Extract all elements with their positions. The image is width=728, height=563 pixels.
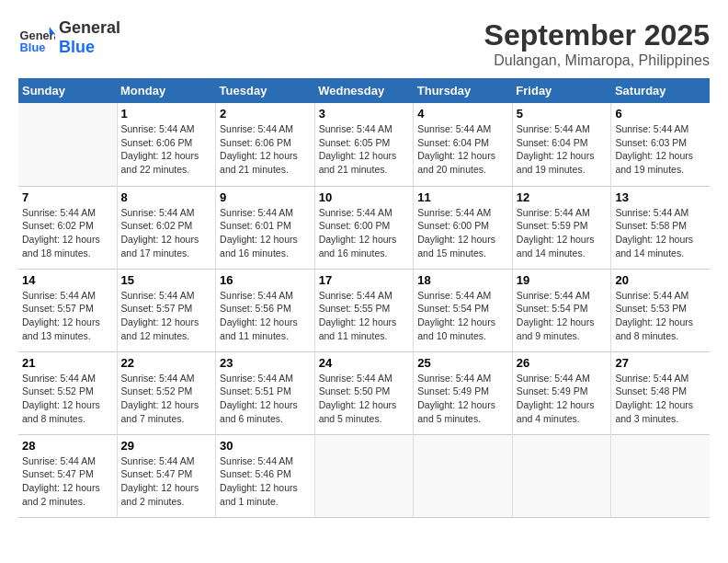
calendar-cell: 7Sunrise: 5:44 AMSunset: 6:02 PMDaylight… xyxy=(18,186,117,269)
calendar-cell: 13Sunrise: 5:44 AMSunset: 5:58 PMDayligh… xyxy=(611,186,710,269)
day-info: Sunrise: 5:44 AMSunset: 6:06 PMDaylight:… xyxy=(220,122,311,177)
day-info: Sunrise: 5:44 AMSunset: 6:06 PMDaylight:… xyxy=(121,122,212,177)
calendar-cell: 2Sunrise: 5:44 AMSunset: 6:06 PMDaylight… xyxy=(216,103,315,186)
week-row-2: 7Sunrise: 5:44 AMSunset: 6:02 PMDaylight… xyxy=(18,186,710,269)
day-info: Sunrise: 5:44 AMSunset: 5:55 PMDaylight:… xyxy=(319,289,410,343)
day-info: Sunrise: 5:44 AMSunset: 5:57 PMDaylight:… xyxy=(121,289,212,343)
calendar-cell: 15Sunrise: 5:44 AMSunset: 5:57 PMDayligh… xyxy=(117,269,216,351)
day-number: 26 xyxy=(517,356,608,370)
calendar-cell: 30Sunrise: 5:44 AMSunset: 5:46 PMDayligh… xyxy=(216,434,315,517)
day-number: 30 xyxy=(220,439,311,453)
day-info: Sunrise: 5:44 AMSunset: 6:04 PMDaylight:… xyxy=(417,122,508,177)
day-number: 23 xyxy=(220,356,311,370)
calendar-cell: 4Sunrise: 5:44 AMSunset: 6:04 PMDaylight… xyxy=(414,103,513,186)
day-info: Sunrise: 5:44 AMSunset: 6:02 PMDaylight:… xyxy=(121,206,212,260)
day-number: 8 xyxy=(121,190,212,204)
calendar-cell xyxy=(512,434,611,517)
calendar-cell: 24Sunrise: 5:44 AMSunset: 5:50 PMDayligh… xyxy=(314,351,414,434)
calendar-cell xyxy=(611,434,710,517)
day-info: Sunrise: 5:44 AMSunset: 5:54 PMDaylight:… xyxy=(517,289,608,343)
col-header-tuesday: Tuesday xyxy=(216,78,315,103)
day-number: 5 xyxy=(517,107,608,121)
day-number: 17 xyxy=(319,273,410,287)
logo: General Blue General Blue xyxy=(18,18,120,57)
day-info: Sunrise: 5:44 AMSunset: 5:47 PMDaylight:… xyxy=(22,454,113,509)
day-info: Sunrise: 5:44 AMSunset: 5:58 PMDaylight:… xyxy=(615,206,706,260)
calendar-cell: 18Sunrise: 5:44 AMSunset: 5:54 PMDayligh… xyxy=(414,269,513,351)
day-number: 14 xyxy=(22,273,113,287)
calendar-cell: 1Sunrise: 5:44 AMSunset: 6:06 PMDaylight… xyxy=(117,103,216,186)
logo-general-text: General xyxy=(59,18,120,37)
week-row-4: 21Sunrise: 5:44 AMSunset: 5:52 PMDayligh… xyxy=(18,351,710,434)
day-number: 13 xyxy=(615,190,706,204)
calendar-cell xyxy=(314,434,414,517)
day-number: 4 xyxy=(417,107,508,121)
day-number: 19 xyxy=(517,273,608,287)
day-info: Sunrise: 5:44 AMSunset: 6:00 PMDaylight:… xyxy=(319,206,410,260)
day-number: 27 xyxy=(615,356,706,370)
svg-text:Blue: Blue xyxy=(20,40,46,54)
day-number: 29 xyxy=(121,439,212,453)
calendar-subtitle: Dulangan, Mimaropa, Philippines xyxy=(484,52,710,69)
day-info: Sunrise: 5:44 AMSunset: 5:46 PMDaylight:… xyxy=(220,454,311,509)
col-header-wednesday: Wednesday xyxy=(314,78,414,103)
calendar-cell: 17Sunrise: 5:44 AMSunset: 5:55 PMDayligh… xyxy=(314,269,414,351)
day-info: Sunrise: 5:44 AMSunset: 5:51 PMDaylight:… xyxy=(220,372,311,426)
day-info: Sunrise: 5:44 AMSunset: 5:53 PMDaylight:… xyxy=(615,289,706,343)
calendar-cell: 16Sunrise: 5:44 AMSunset: 5:56 PMDayligh… xyxy=(216,269,315,351)
day-number: 22 xyxy=(121,356,212,370)
title-block: September 2025 Dulangan, Mimaropa, Phili… xyxy=(484,18,710,69)
day-info: Sunrise: 5:44 AMSunset: 5:47 PMDaylight:… xyxy=(121,454,212,509)
col-header-friday: Friday xyxy=(512,78,611,103)
col-header-thursday: Thursday xyxy=(414,78,513,103)
calendar-cell: 6Sunrise: 5:44 AMSunset: 6:03 PMDaylight… xyxy=(611,103,710,186)
day-number: 1 xyxy=(121,107,212,121)
calendar-cell: 28Sunrise: 5:44 AMSunset: 5:47 PMDayligh… xyxy=(18,434,117,517)
calendar-cell: 9Sunrise: 5:44 AMSunset: 6:01 PMDaylight… xyxy=(216,186,315,269)
day-number: 24 xyxy=(319,356,410,370)
day-number: 21 xyxy=(22,356,113,370)
day-info: Sunrise: 5:44 AMSunset: 5:56 PMDaylight:… xyxy=(220,289,311,343)
week-row-5: 28Sunrise: 5:44 AMSunset: 5:47 PMDayligh… xyxy=(18,434,710,517)
calendar-cell: 11Sunrise: 5:44 AMSunset: 6:00 PMDayligh… xyxy=(414,186,513,269)
day-number: 2 xyxy=(220,107,311,121)
header: General Blue General Blue September 2025… xyxy=(18,18,710,69)
day-number: 9 xyxy=(220,190,311,204)
calendar-cell: 21Sunrise: 5:44 AMSunset: 5:52 PMDayligh… xyxy=(18,351,117,434)
day-info: Sunrise: 5:44 AMSunset: 6:02 PMDaylight:… xyxy=(22,206,113,260)
calendar-cell: 20Sunrise: 5:44 AMSunset: 5:53 PMDayligh… xyxy=(611,269,710,351)
calendar-cell: 3Sunrise: 5:44 AMSunset: 6:05 PMDaylight… xyxy=(314,103,414,186)
day-number: 20 xyxy=(615,273,706,287)
day-number: 6 xyxy=(615,107,706,121)
day-info: Sunrise: 5:44 AMSunset: 5:57 PMDaylight:… xyxy=(22,289,113,343)
day-info: Sunrise: 5:44 AMSunset: 6:03 PMDaylight:… xyxy=(615,122,706,177)
day-info: Sunrise: 5:44 AMSunset: 6:00 PMDaylight:… xyxy=(417,206,508,260)
day-info: Sunrise: 5:44 AMSunset: 5:49 PMDaylight:… xyxy=(417,372,508,426)
calendar-cell: 26Sunrise: 5:44 AMSunset: 5:49 PMDayligh… xyxy=(512,351,611,434)
col-header-monday: Monday xyxy=(117,78,216,103)
calendar-cell xyxy=(18,103,117,186)
day-info: Sunrise: 5:44 AMSunset: 6:01 PMDaylight:… xyxy=(220,206,311,260)
logo-blue-text: Blue xyxy=(59,38,95,56)
day-info: Sunrise: 5:44 AMSunset: 5:48 PMDaylight:… xyxy=(615,372,706,426)
week-row-3: 14Sunrise: 5:44 AMSunset: 5:57 PMDayligh… xyxy=(18,269,710,351)
calendar-table: SundayMondayTuesdayWednesdayThursdayFrid… xyxy=(18,78,710,518)
day-info: Sunrise: 5:44 AMSunset: 5:59 PMDaylight:… xyxy=(517,206,608,260)
day-info: Sunrise: 5:44 AMSunset: 6:04 PMDaylight:… xyxy=(517,122,608,177)
calendar-cell: 14Sunrise: 5:44 AMSunset: 5:57 PMDayligh… xyxy=(18,269,117,351)
day-info: Sunrise: 5:44 AMSunset: 5:49 PMDaylight:… xyxy=(517,372,608,426)
day-info: Sunrise: 5:44 AMSunset: 5:52 PMDaylight:… xyxy=(121,372,212,426)
day-number: 15 xyxy=(121,273,212,287)
calendar-cell: 5Sunrise: 5:44 AMSunset: 6:04 PMDaylight… xyxy=(512,103,611,186)
day-number: 18 xyxy=(417,273,508,287)
day-info: Sunrise: 5:44 AMSunset: 5:50 PMDaylight:… xyxy=(319,372,410,426)
calendar-header-row: SundayMondayTuesdayWednesdayThursdayFrid… xyxy=(18,78,710,103)
calendar-cell: 10Sunrise: 5:44 AMSunset: 6:00 PMDayligh… xyxy=(314,186,414,269)
day-info: Sunrise: 5:44 AMSunset: 5:54 PMDaylight:… xyxy=(417,289,508,343)
day-number: 25 xyxy=(417,356,508,370)
calendar-cell xyxy=(414,434,513,517)
day-info: Sunrise: 5:44 AMSunset: 5:52 PMDaylight:… xyxy=(22,372,113,426)
day-number: 28 xyxy=(22,439,113,453)
calendar-cell: 19Sunrise: 5:44 AMSunset: 5:54 PMDayligh… xyxy=(512,269,611,351)
week-row-1: 1Sunrise: 5:44 AMSunset: 6:06 PMDaylight… xyxy=(18,103,710,186)
